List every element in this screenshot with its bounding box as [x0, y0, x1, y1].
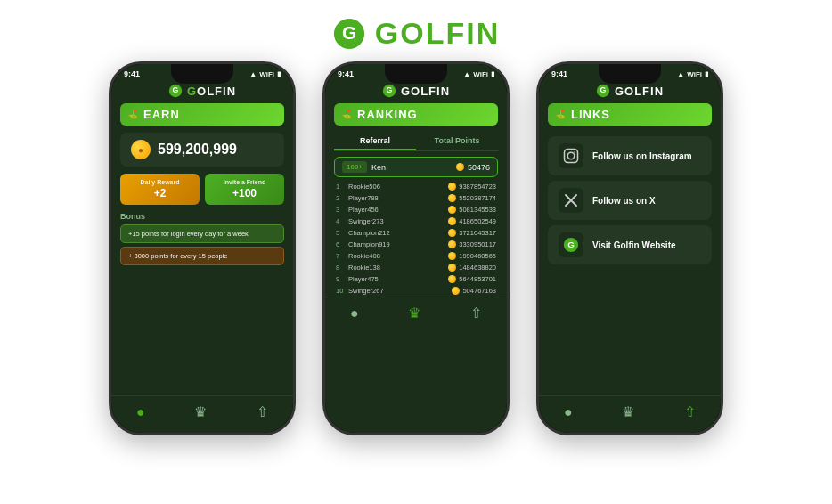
nav-coin-icon-2[interactable]: ●: [350, 305, 359, 321]
phone2-title: GOLFIN: [401, 85, 450, 98]
phone-links: 9:41 ▲WiFi▮ G GOLFIN ⛳ LINKS: [536, 61, 723, 435]
ranking-list: 1 Rookie506 9387854723 2 Player788 55203…: [334, 181, 498, 297]
status-icons-2: ▲WiFi▮: [463, 70, 494, 78]
instagram-icon: [563, 148, 579, 164]
svg-text:G: G: [600, 85, 607, 94]
bonus-item-1: +15 points for login every day for a wee…: [120, 224, 284, 243]
rank-row: 2 Player788 5520387174: [334, 192, 498, 204]
phone2-nav: ● ♛ ⇧: [325, 297, 507, 334]
ranking-banner: ⛳ RANKING: [334, 103, 498, 126]
golfin-icon-wrap: G: [559, 232, 583, 257]
top-coin-icon: [456, 163, 464, 171]
phone-earn: 9:41 ▲WiFi▮ G GOLFIN ⛳ EARN: [109, 61, 296, 435]
app-header: G GOLFIN: [332, 0, 500, 61]
phone3-title: GOLFIN: [615, 85, 664, 98]
x-label: Follow us on X: [592, 196, 656, 206]
rank-row: 6 Champion919 3330950117: [334, 239, 498, 250]
nav-crown-icon[interactable]: ♛: [194, 403, 207, 420]
earn-amount: 599,200,999: [158, 142, 237, 158]
links-banner-text: LINKS: [571, 108, 610, 121]
rank-row: 1 Rookie506 9387854723: [334, 181, 498, 192]
rank-row: 3 Player456 5081345533: [334, 204, 498, 215]
svg-text:G: G: [342, 21, 356, 42]
phone3-nav: ● ♛ ⇧: [539, 395, 721, 433]
earn-banner: ⛳ EARN: [120, 103, 284, 126]
phone-notch-3: [599, 64, 661, 84]
phones-container: 9:41 ▲WiFi▮ G GOLFIN ⛳ EARN: [91, 61, 741, 435]
phone2-logo-icon: G: [382, 84, 396, 98]
top-user-name: Ken: [371, 163, 386, 172]
banner-flag-1: ⛳: [127, 110, 138, 119]
phone-notch-2: [385, 64, 447, 84]
app-title: GOLFIN: [375, 16, 500, 51]
svg-point-9: [567, 152, 575, 159]
golfin-logo-icon: G: [332, 17, 366, 51]
phone-ranking: 9:41 ▲WiFi▮ G GOLFIN ⛳ RANKING Referral …: [322, 61, 510, 435]
nav-share-icon-2[interactable]: ⇧: [470, 305, 482, 321]
daily-reward-button[interactable]: Daily Reward +2: [120, 174, 200, 205]
link-instagram[interactable]: Follow us on Instagram: [548, 136, 712, 175]
rank-row: 10 Swinger267 504767163: [334, 285, 498, 297]
earn-buttons: Daily Reward +2 Invite a Friend +100: [120, 174, 284, 205]
earn-banner-text: EARN: [143, 108, 180, 121]
invite-friend-button[interactable]: Invite a Friend +100: [205, 174, 284, 205]
nav-share-icon[interactable]: ⇧: [257, 403, 268, 420]
status-icons: ▲WiFi▮: [249, 70, 281, 78]
x-icon-wrap: [559, 188, 583, 213]
status-icons-3: ▲WiFi▮: [677, 70, 708, 78]
rank-row: 8 Rookie138 1484638820: [334, 262, 498, 273]
instagram-label: Follow us on Instagram: [592, 151, 692, 161]
instagram-icon-wrap: [559, 143, 583, 168]
golfin-website-icon: G: [563, 237, 579, 253]
phone3-logo-icon: G: [596, 84, 610, 98]
links-screen: 9:41 ▲WiFi▮ G GOLFIN ⛳ LINKS: [539, 64, 721, 433]
link-golfin-website[interactable]: G Visit Golfin Website: [548, 225, 712, 264]
rank-row: 7 Rookie408 1990460565: [334, 250, 498, 262]
ranking-top-user: 100+ Ken 50476: [334, 157, 498, 177]
links-banner: ⛳ LINKS: [548, 103, 712, 126]
phone-notch: [171, 64, 233, 84]
tab-total-points[interactable]: Total Points: [416, 133, 498, 150]
svg-text:G: G: [387, 85, 393, 94]
tab-referral[interactable]: Referral: [334, 133, 416, 150]
phone1-nav: ● ♛ ⇧: [111, 395, 293, 433]
svg-text:G: G: [173, 85, 179, 94]
ranking-tabs: Referral Total Points: [334, 133, 498, 151]
coin-icon: ●: [131, 140, 151, 159]
banner-flag-2: ⛳: [341, 110, 352, 119]
earn-screen: 9:41 ▲WiFi▮ G GOLFIN ⛳ EARN: [111, 64, 293, 433]
nav-coin-icon-3[interactable]: ●: [564, 404, 573, 420]
links-content: Follow us on Instagram Follow us on X: [539, 133, 721, 395]
phone1-logo-icon: G: [168, 84, 183, 98]
links-list: Follow us on Instagram Follow us on X: [548, 133, 712, 268]
rank-row: 9 Player475 5644853701: [334, 273, 498, 285]
nav-crown-icon-2[interactable]: ♛: [408, 305, 420, 321]
nav-coin-icon[interactable]: ●: [136, 404, 145, 420]
nav-crown-icon-3[interactable]: ♛: [622, 403, 634, 420]
top-user-score: 50476: [468, 163, 490, 172]
svg-rect-8: [565, 150, 578, 163]
top-rank-badge: 100+: [342, 161, 367, 173]
golfin-website-label: Visit Golfin Website: [592, 240, 676, 250]
link-x[interactable]: Follow us on X: [548, 181, 712, 220]
ranking-banner-text: RANKING: [357, 108, 418, 121]
nav-share-icon-3[interactable]: ⇧: [684, 403, 696, 420]
x-icon: [563, 192, 579, 208]
earn-content: ● 599,200,999 Daily Reward +2 Invite a F…: [111, 133, 293, 395]
ranking-content: 100+ Ken 50476 1 Rookie506 9387854723: [325, 157, 507, 297]
phone1-title: GOLFIN: [187, 85, 236, 98]
svg-text:G: G: [567, 240, 575, 249]
earn-coins-display: ● 599,200,999: [120, 133, 284, 167]
svg-point-10: [574, 151, 575, 153]
bonus-label: Bonus: [120, 212, 284, 221]
rank-row: 4 Swinger273 4186502549: [334, 215, 498, 227]
banner-flag-3: ⛳: [555, 110, 566, 119]
ranking-screen: 9:41 ▲WiFi▮ G GOLFIN ⛳ RANKING Referral …: [325, 64, 507, 433]
rank-row: 5 Champion212 3721045317: [334, 227, 498, 239]
bonus-item-2: + 3000 points for every 15 people: [120, 247, 284, 265]
